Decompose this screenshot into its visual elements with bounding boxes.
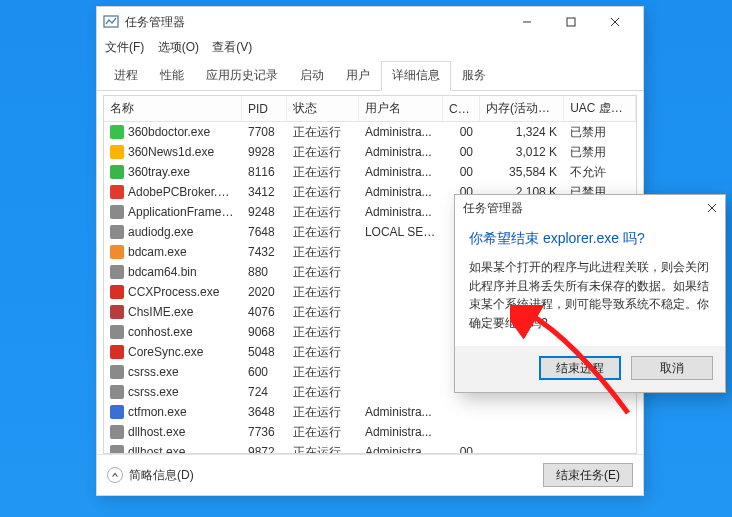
tab-4[interactable]: 用户	[335, 61, 381, 91]
col-status[interactable]: 状态	[287, 96, 359, 122]
confirm-end-process-button[interactable]: 结束进程	[539, 356, 621, 380]
maximize-button[interactable]	[549, 8, 593, 36]
table-row[interactable]: ctfmon.exe3648正在运行Administra...	[104, 402, 636, 422]
process-icon	[110, 245, 124, 259]
dialog-close-icon[interactable]	[707, 202, 717, 216]
col-mem[interactable]: 内存(活动的...	[480, 96, 564, 122]
table-row[interactable]: dllhost.exe7736正在运行Administra...	[104, 422, 636, 442]
process-icon	[110, 145, 124, 159]
process-icon	[110, 425, 124, 439]
tab-0[interactable]: 进程	[103, 61, 149, 91]
process-icon	[110, 285, 124, 299]
process-icon	[110, 405, 124, 419]
col-user[interactable]: 用户名	[358, 96, 442, 122]
col-uac[interactable]: UAC 虚拟化	[564, 96, 636, 122]
close-button[interactable]	[593, 8, 637, 36]
confirm-dialog: 任务管理器 你希望结束 explorer.exe 吗? 如果某个打开的程序与此进…	[454, 194, 726, 393]
process-icon	[110, 305, 124, 319]
dialog-body-text: 如果某个打开的程序与此进程关联，则会关闭此程序并且将丢失所有未保存的数据。如果结…	[469, 258, 711, 332]
minimize-button[interactable]	[505, 8, 549, 36]
table-row[interactable]: dllhost.exe9872正在运行Administra...00	[104, 442, 636, 454]
tab-6[interactable]: 服务	[451, 61, 497, 91]
process-icon	[110, 345, 124, 359]
process-icon	[110, 225, 124, 239]
footer: 简略信息(D) 结束任务(E)	[97, 454, 643, 495]
col-cpu[interactable]: CPU	[443, 96, 480, 122]
svg-rect-2	[567, 18, 575, 26]
table-row[interactable]: 360bdoctor.exe7708正在运行Administra...001,3…	[104, 122, 636, 143]
table-header-row: 名称 PID 状态 用户名 CPU 内存(活动的... UAC 虚拟化	[104, 96, 636, 122]
col-pid[interactable]: PID	[241, 96, 286, 122]
app-icon	[103, 14, 119, 30]
process-icon	[110, 445, 124, 454]
dialog-button-row: 结束进程 取消	[455, 346, 725, 392]
menu-view[interactable]: 查看(V)	[212, 40, 252, 54]
dialog-title: 任务管理器	[463, 200, 523, 217]
dialog-heading: 你希望结束 explorer.exe 吗?	[469, 230, 711, 248]
tab-1[interactable]: 性能	[149, 61, 195, 91]
process-icon	[110, 325, 124, 339]
window-title: 任务管理器	[125, 14, 505, 31]
tab-5[interactable]: 详细信息	[381, 61, 451, 91]
process-icon	[110, 365, 124, 379]
process-icon	[110, 265, 124, 279]
dialog-titlebar: 任务管理器	[455, 195, 725, 222]
chevron-up-icon[interactable]	[107, 467, 123, 483]
tabstrip: 进程性能应用历史记录启动用户详细信息服务	[97, 60, 643, 91]
process-icon	[110, 385, 124, 399]
cancel-button[interactable]: 取消	[631, 356, 713, 380]
tab-2[interactable]: 应用历史记录	[195, 61, 289, 91]
process-icon	[110, 165, 124, 179]
tab-3[interactable]: 启动	[289, 61, 335, 91]
titlebar: 任务管理器	[97, 7, 643, 37]
fewer-details-link[interactable]: 简略信息(D)	[129, 467, 194, 484]
col-name[interactable]: 名称	[104, 96, 241, 122]
menubar: 文件(F) 选项(O) 查看(V)	[97, 37, 643, 60]
table-row[interactable]: 360News1d.exe9928正在运行Administra...003,01…	[104, 142, 636, 162]
process-icon	[110, 125, 124, 139]
menu-options[interactable]: 选项(O)	[158, 40, 199, 54]
process-icon	[110, 205, 124, 219]
table-row[interactable]: 360tray.exe8116正在运行Administra...0035,584…	[104, 162, 636, 182]
end-task-button[interactable]: 结束任务(E)	[543, 463, 633, 487]
process-icon	[110, 185, 124, 199]
menu-file[interactable]: 文件(F)	[105, 40, 144, 54]
